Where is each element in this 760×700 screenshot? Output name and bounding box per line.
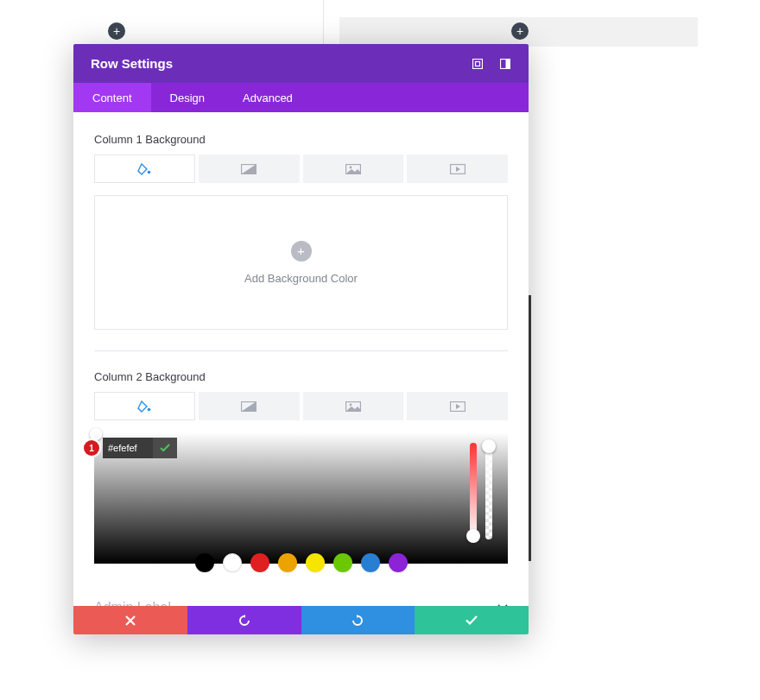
tab-advanced[interactable]: Advanced (224, 83, 312, 112)
bg-type-video[interactable] (407, 155, 508, 183)
modal-footer (73, 606, 529, 634)
column2-bg-label: Column 2 Background (94, 370, 508, 383)
image-icon (345, 401, 361, 412)
svg-rect-1 (476, 61, 480, 66)
modal-title: Row Settings (91, 56, 173, 71)
save-button[interactable] (415, 606, 529, 634)
svg-point-12 (349, 403, 352, 406)
video-icon (450, 164, 466, 174)
snap-icon[interactable] (499, 58, 511, 70)
bg-type-color[interactable] (94, 155, 195, 183)
plus-icon: + (113, 25, 120, 37)
column2-bg-types (94, 392, 508, 420)
check-icon (466, 615, 478, 625)
bucket-icon (137, 163, 151, 175)
video-icon (450, 401, 466, 412)
color-saturation-area[interactable]: 1 (94, 432, 508, 564)
add-section-button-left[interactable]: + (108, 22, 125, 40)
admin-label-text: Admin Label (94, 600, 171, 606)
bg-type-gradient[interactable] (199, 155, 300, 183)
canvas-divider (323, 0, 324, 47)
tab-label: Advanced (243, 91, 293, 104)
bucket-icon (137, 400, 151, 413)
bg-type-color[interactable] (94, 392, 195, 420)
close-icon (125, 615, 136, 626)
column1-bg-types (94, 155, 508, 183)
gradient-icon (241, 164, 256, 174)
redo-button[interactable] (301, 606, 415, 634)
svg-rect-0 (473, 59, 483, 68)
bg-type-video[interactable] (407, 392, 508, 420)
tab-design[interactable]: Design (151, 83, 224, 112)
hue-slider[interactable] (470, 443, 477, 539)
hex-confirm-button[interactable] (153, 438, 177, 458)
modal-header: Row Settings (73, 44, 529, 83)
swatch-orange[interactable] (278, 553, 297, 572)
swatch-white[interactable] (223, 553, 242, 572)
image-icon (345, 164, 361, 174)
swatch-purple[interactable] (389, 553, 408, 572)
svg-point-7 (349, 166, 352, 168)
column1-bg-label: Column 1 Background (94, 133, 508, 146)
bg-type-gradient[interactable] (199, 392, 300, 420)
bg-type-image[interactable] (303, 392, 404, 420)
plus-circle-icon: + (291, 241, 312, 262)
step-badge: 1 (84, 440, 99, 456)
row-settings-modal: Row Settings Content Design Advanced Col… (73, 44, 529, 634)
chevron-down-icon (497, 604, 508, 606)
swatch-green[interactable] (333, 553, 352, 572)
bg-type-image[interactable] (303, 155, 404, 183)
admin-label-row[interactable]: Admin Label (94, 572, 508, 606)
check-icon (160, 444, 170, 452)
tab-label: Content (92, 91, 132, 104)
hex-pill: 1 (84, 438, 177, 458)
color-swatches (94, 553, 508, 572)
add-section-button-right[interactable]: + (511, 22, 529, 40)
slider-thumb[interactable] (482, 439, 496, 453)
modal-body: Column 1 Background + Add Background Col… (73, 112, 529, 606)
modal-tabs: Content Design Advanced (73, 83, 529, 112)
add-bg-label: Add Background Color (244, 272, 358, 285)
section-divider (94, 350, 508, 351)
swatch-blue[interactable] (361, 553, 380, 572)
undo-icon (238, 615, 250, 627)
alpha-slider[interactable] (485, 443, 492, 539)
swatch-red[interactable] (250, 553, 269, 572)
redo-icon (352, 615, 364, 627)
cancel-button[interactable] (73, 606, 187, 634)
svg-point-9 (148, 407, 151, 411)
svg-point-4 (148, 170, 151, 173)
slider-thumb[interactable] (466, 529, 480, 543)
svg-rect-3 (506, 59, 510, 68)
swatch-black[interactable] (195, 553, 214, 572)
swatch-yellow[interactable] (306, 553, 325, 572)
plus-icon: + (516, 25, 523, 37)
tab-label: Design (170, 91, 205, 104)
hex-input[interactable] (103, 438, 153, 458)
undo-button[interactable] (187, 606, 301, 634)
tab-content[interactable]: Content (73, 83, 151, 112)
column1-add-bg[interactable]: + Add Background Color (94, 195, 508, 330)
gradient-icon (241, 401, 256, 412)
expand-icon[interactable] (472, 58, 484, 70)
